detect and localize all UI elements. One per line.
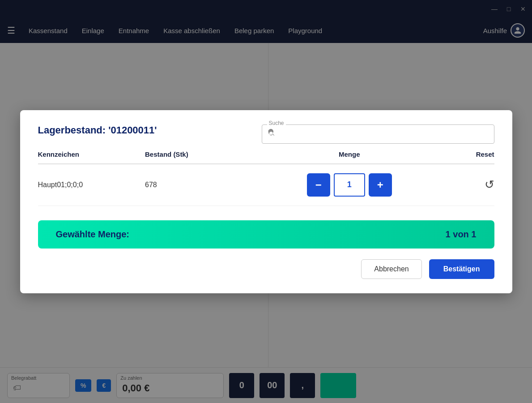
increment-button[interactable]: + — [369, 173, 392, 197]
gewahlte-menge-value: 1 von 1 — [446, 229, 477, 240]
quantity-input[interactable] — [334, 173, 365, 197]
lagerbestand-table: Kennzeichen Bestand (Stk) Menge Reset Ha… — [38, 147, 494, 206]
cell-kennzeichen: Haupt01;0;0;0 — [38, 164, 145, 206]
search-input[interactable] — [262, 124, 494, 144]
search-icon — [267, 129, 275, 139]
col-bestand: Bestand (Stk) — [145, 147, 248, 164]
quantity-controls: − + — [248, 173, 451, 197]
modal-overlay: Suche Lagerbestand: '01200011' Kennzeich… — [0, 0, 532, 403]
reset-button[interactable]: ↺ — [485, 178, 494, 192]
decrement-button[interactable]: − — [307, 173, 330, 197]
col-reset: Reset — [451, 147, 494, 164]
search-section: Suche — [262, 124, 494, 144]
search-label: Suche — [267, 120, 286, 126]
abbrechen-button[interactable]: Abbrechen — [361, 259, 421, 279]
cell-menge: − + — [248, 164, 451, 206]
col-kennzeichen: Kennzeichen — [38, 147, 145, 164]
cell-reset: ↺ — [451, 164, 494, 206]
bestatigen-button[interactable]: Bestätigen — [429, 259, 494, 279]
lagerbestand-modal: Suche Lagerbestand: '01200011' Kennzeich… — [20, 110, 512, 293]
col-menge: Menge — [248, 147, 451, 164]
table-row: Haupt01;0;0;0 678 − + ↺ — [38, 164, 494, 206]
gewahlte-menge-label: Gewählte Menge: — [56, 229, 129, 240]
modal-footer: Abbrechen Bestätigen — [38, 259, 494, 279]
gewahlte-menge-bar: Gewählte Menge: 1 von 1 — [38, 220, 494, 249]
cell-bestand: 678 — [145, 164, 248, 206]
